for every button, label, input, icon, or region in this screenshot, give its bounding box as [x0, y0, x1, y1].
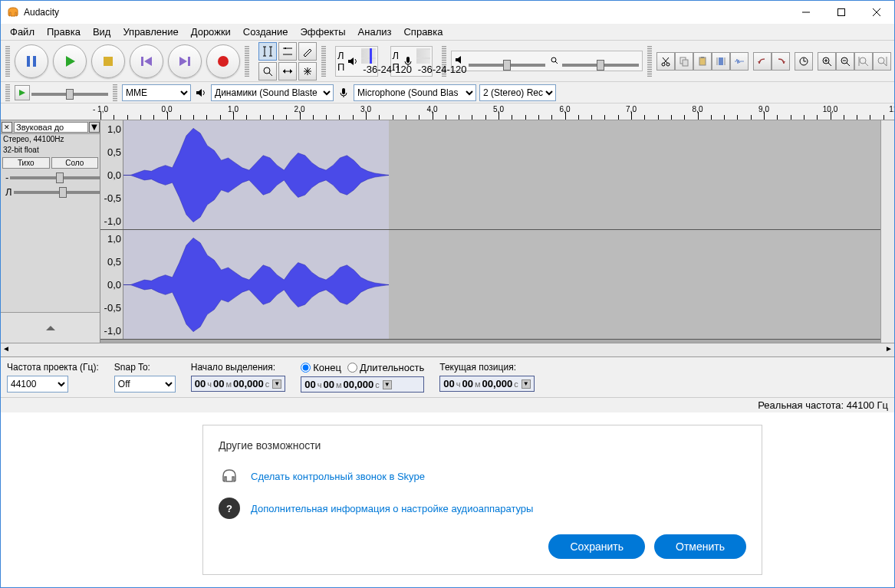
end-radio[interactable]: Конец	[301, 362, 341, 373]
svg-marker-49	[758, 61, 761, 64]
fit-project-button[interactable]	[873, 52, 891, 71]
vertical-scrollbar[interactable]	[880, 120, 894, 343]
mute-button[interactable]: Тихо	[2, 157, 50, 169]
snap-to-select[interactable]: Off	[114, 376, 176, 393]
multi-tool[interactable]	[298, 62, 317, 80]
track-name[interactable]: Звуковая до	[14, 122, 88, 133]
selection-start-field[interactable]: 00ч00м00,000с▼	[191, 376, 286, 392]
solo-button[interactable]: Соло	[51, 157, 99, 169]
selection-tool[interactable]	[258, 42, 277, 61]
input-channels-select[interactable]: 2 (Stereo) Rec	[479, 84, 556, 101]
length-radio[interactable]: Длительность	[347, 362, 424, 373]
track-collapse-button[interactable]	[1, 312, 100, 343]
volume-sliders	[451, 51, 643, 71]
playback-meter[interactable]: ЛП -36-24-120	[335, 46, 378, 77]
play-button[interactable]	[53, 44, 87, 78]
svg-rect-5	[33, 56, 36, 67]
track-close-button[interactable]: ✕	[2, 122, 12, 133]
menu-effect[interactable]: Эффекты	[294, 25, 351, 39]
sync-lock-button[interactable]	[795, 52, 813, 71]
svg-point-61	[860, 57, 866, 64]
menu-file[interactable]: Файл	[4, 25, 41, 39]
selection-end-field[interactable]: 00ч00м00,000с▼	[301, 376, 424, 393]
toolbar-grip[interactable]	[647, 46, 652, 77]
device-toolbar: MME Динамики (Sound Blaste Microphone (S…	[1, 82, 894, 103]
tracks-area: ✕ Звуковая до ▼ Стерео, 44100Hz 32-bit f…	[1, 120, 894, 343]
save-button[interactable]: Сохранить	[548, 534, 645, 559]
meter-l-label: Л	[337, 50, 344, 61]
copy-button[interactable]	[675, 52, 693, 71]
silence-button[interactable]	[730, 52, 749, 71]
titlebar: Audacity	[1, 1, 894, 24]
timeshift-tool[interactable]	[278, 62, 297, 80]
output-device-select[interactable]: Динамики (Sound Blaste	[211, 84, 334, 101]
maximize-button[interactable]	[824, 1, 859, 24]
project-rate-select[interactable]: 44100	[7, 376, 68, 393]
play-speed-slider[interactable]	[31, 93, 108, 96]
pause-button[interactable]	[15, 44, 48, 78]
svg-rect-33	[406, 57, 410, 63]
svg-marker-10	[179, 57, 187, 66]
svg-point-64	[878, 57, 884, 64]
menu-edit[interactable]: Правка	[41, 25, 87, 39]
toolbar-main: ЛП -36-24-120 ЛП -36-24-120	[1, 41, 894, 82]
redo-button[interactable]	[772, 52, 790, 71]
svg-marker-6	[66, 56, 75, 67]
play-at-speed-button[interactable]	[15, 85, 30, 100]
menu-help[interactable]: Справка	[397, 25, 449, 39]
close-button[interactable]	[859, 1, 894, 24]
zoom-in-button[interactable]	[818, 52, 836, 71]
audio-host-select[interactable]: MME	[122, 84, 191, 101]
edit-toolbar	[656, 52, 891, 71]
svg-point-38	[662, 63, 665, 66]
menu-transport[interactable]: Управление	[117, 25, 184, 39]
skip-start-button[interactable]	[130, 44, 163, 78]
track-gain-slider[interactable]	[10, 176, 109, 179]
svg-point-12	[218, 56, 229, 67]
svg-line-3	[873, 8, 880, 16]
skip-end-button[interactable]	[168, 44, 202, 78]
other-options-heading: Другие возможности	[219, 439, 746, 452]
menu-generate[interactable]: Создание	[237, 25, 294, 39]
toolbar-grip[interactable]	[245, 46, 249, 77]
help-icon: ?	[219, 498, 240, 519]
toolbar-grip[interactable]	[321, 46, 326, 77]
record-button[interactable]	[206, 44, 240, 78]
track-menu-button[interactable]: ▼	[89, 122, 100, 133]
svg-marker-67	[19, 90, 25, 96]
track-pan-slider[interactable]	[14, 191, 113, 194]
fit-selection-button[interactable]	[854, 52, 873, 71]
undo-button[interactable]	[753, 52, 772, 71]
meter-r-label: П	[337, 61, 344, 73]
window-title: Audacity	[24, 7, 788, 18]
menu-view[interactable]: Вид	[87, 25, 117, 39]
mic-slider-icon	[548, 56, 559, 67]
minimize-button[interactable]	[788, 1, 824, 24]
stop-button[interactable]	[91, 44, 125, 78]
trim-button[interactable]	[712, 52, 730, 71]
toolbar-grip[interactable]	[5, 46, 10, 77]
audio-position-field[interactable]: 00ч00м00,000с▼	[439, 376, 535, 392]
audio-setup-info-link[interactable]: Дополнительная информация о настройке ау…	[251, 503, 533, 514]
zoom-out-button[interactable]	[836, 52, 854, 71]
track-format-label: Стерео, 44100Hz	[1, 134, 100, 145]
input-device-select[interactable]: Microphone (Sound Blas	[354, 84, 476, 101]
svg-line-24	[269, 73, 272, 76]
toolbar-grip[interactable]	[5, 84, 10, 101]
zoom-tool[interactable]	[258, 62, 277, 80]
toolbar-grip[interactable]	[113, 84, 117, 101]
menu-analyze[interactable]: Анализ	[352, 25, 398, 39]
draw-tool[interactable]	[298, 42, 317, 61]
envelope-tool[interactable]	[278, 42, 297, 61]
cut-button[interactable]	[656, 52, 675, 71]
paste-button[interactable]	[693, 52, 712, 71]
timeline-ruler[interactable]: - 1,00,01,02,03,04,05,06,07,08,09,010,01…	[1, 103, 894, 120]
waveform-canvas[interactable]: 1,0 0,5 0,0 -0,5 -1,0 1,0 0,5 0,0 -0,5 -…	[100, 120, 880, 343]
record-volume-slider[interactable]	[562, 64, 639, 67]
playback-volume-slider[interactable]	[469, 64, 545, 67]
track-control-panel: ✕ Звуковая до ▼ Стерео, 44100Hz 32-bit f…	[1, 120, 100, 343]
menu-tracks[interactable]: Дорожки	[185, 25, 237, 39]
cancel-button[interactable]: Отменить	[654, 534, 746, 559]
skype-test-call-link[interactable]: Сделать контрольный звонок в Skype	[251, 471, 425, 482]
horizontal-scrollbar[interactable]	[1, 343, 894, 356]
